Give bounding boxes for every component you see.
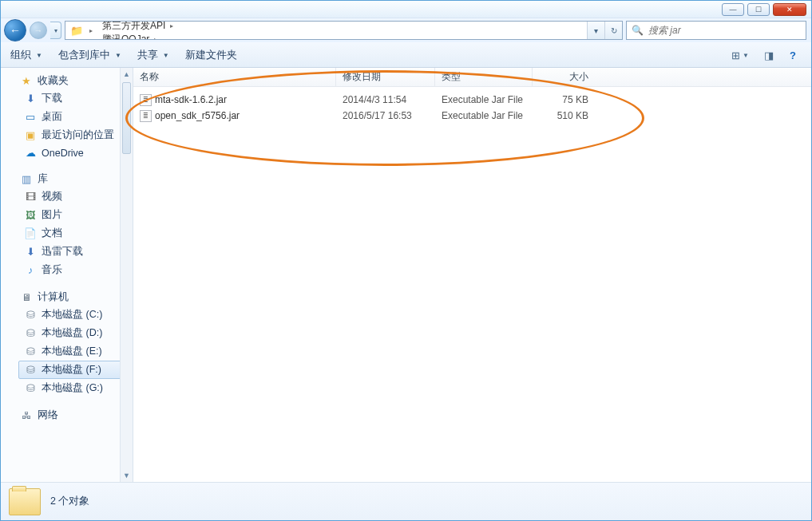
videos-icon: 🎞 (24, 191, 37, 203)
sidebar-item-recent[interactable]: ▣最近访问的位置 (18, 126, 133, 144)
sidebar-item-thunder[interactable]: ⬇迅雷下载 (18, 243, 133, 261)
chevron-down-icon: ▾ (594, 26, 598, 35)
search-input[interactable] (647, 24, 801, 37)
scroll-down-icon: ▼ (121, 469, 133, 482)
column-header-date[interactable]: 修改日期 (336, 68, 435, 86)
address-dropdown-button[interactable]: ▾ (587, 22, 604, 39)
column-header-type[interactable]: 类型 (435, 68, 533, 86)
sidebar-item-documents[interactable]: 📄文档 (18, 224, 133, 243)
drive-icon: ⛁ (24, 382, 37, 394)
refresh-button[interactable]: ↻ (604, 22, 622, 39)
scroll-thumb[interactable] (122, 82, 131, 154)
sidebar-item-music[interactable]: ♪音乐 (18, 261, 133, 279)
file-list-panel: 名称 修改日期 类型 大小 ≣mta-sdk-1.6.2.jar 2014/4/… (133, 68, 811, 482)
file-row[interactable]: ≣mta-sdk-1.6.2.jar 2014/4/3 11:54 Execut… (133, 92, 811, 108)
nav-row: ← → ▾ 📁 ▸ 计算机▸本地磁盘 (F:)▸第三方开发API▸腾讯QQJar… (1, 18, 811, 42)
help-icon: ? (790, 49, 796, 61)
network-icon: 🖧 (20, 410, 33, 421)
forward-arrow-icon: → (34, 26, 43, 35)
view-options-button[interactable]: ⊞ ▼ (727, 46, 754, 64)
status-bar: 2 个对象 (1, 482, 811, 520)
addressbar[interactable]: 📁 ▸ 计算机▸本地磁盘 (F:)▸第三方开发API▸腾讯QQJar▸Andro… (65, 21, 623, 40)
sidebar-item-label: 音乐 (42, 263, 62, 277)
thunder-icon: ⬇ (24, 246, 37, 258)
sidebar-libraries-header[interactable]: ▥ 库 (1, 171, 133, 187)
organize-button[interactable]: 组织 ▼ (10, 49, 42, 62)
recent-locations-button[interactable]: ▾ (50, 22, 61, 39)
new-folder-button[interactable]: 新建文件夹 (185, 49, 237, 62)
chevron-down-icon: ▾ (54, 27, 57, 34)
folder-icon: 📁 (69, 25, 85, 37)
sidebar-item-label: 视频 (42, 190, 62, 203)
sidebar-item-label: 迅雷下载 (42, 245, 83, 259)
sidebar-libraries-group: ▥ 库 🎞视频🖼图片📄文档⬇迅雷下载♪音乐 (1, 171, 133, 279)
close-button[interactable]: ✕ (773, 3, 806, 16)
help-button[interactable]: ? (784, 46, 802, 64)
column-header-name[interactable]: 名称 (133, 68, 336, 86)
sidebar-item-desktop[interactable]: ▭桌面 (18, 108, 133, 126)
sidebar-item-drive-d[interactable]: ⛁本地磁盘 (D:) (18, 324, 133, 342)
sidebar-item-label: 本地磁盘 (C:) (42, 308, 102, 322)
drive-icon: ⛁ (24, 327, 37, 339)
downloads-icon: ⬇ (24, 93, 37, 105)
sidebar-scrollbar[interactable]: ▲▼ (120, 68, 133, 482)
sidebar-item-label: 文档 (42, 227, 62, 240)
view-icon: ⊞ (731, 49, 740, 61)
file-date: 2016/5/17 16:53 (336, 110, 435, 121)
file-name: open_sdk_r5756.jar (155, 110, 240, 121)
chevron-down-icon: ▼ (115, 52, 121, 59)
file-size: 75 KB (533, 94, 595, 105)
drive-icon: ⛁ (24, 345, 37, 357)
maximize-button[interactable]: ☐ (747, 3, 770, 16)
sidebar-item-onedrive[interactable]: ☁OneDrive (18, 144, 133, 161)
sidebar-item-pictures[interactable]: 🖼图片 (18, 206, 133, 224)
explorer-window: — ☐ ✕ ← → ▾ 📁 ▸ 计算机▸本地磁盘 (F:)▸第三方开发API▸腾… (0, 0, 812, 521)
preview-pane-button[interactable]: ◨ (760, 46, 778, 64)
back-button[interactable]: ← (4, 19, 26, 41)
scroll-up-icon: ▲ (121, 68, 133, 81)
sidebar-item-videos[interactable]: 🎞视频 (18, 187, 133, 206)
file-date: 2014/4/3 11:54 (336, 94, 435, 105)
file-type: Executable Jar File (435, 110, 533, 121)
titlebar: — ☐ ✕ (1, 1, 811, 18)
sidebar-item-downloads[interactable]: ⬇下载 (18, 89, 133, 108)
sidebar-item-label: 最近访问的位置 (42, 128, 114, 142)
sidebar-computer-header[interactable]: 🖥 计算机 (1, 289, 133, 306)
sidebar-item-drive-c[interactable]: ⛁本地磁盘 (C:) (18, 306, 133, 324)
jar-file-icon: ≣ (140, 110, 152, 122)
sidebar-item-drive-e[interactable]: ⛁本地磁盘 (E:) (18, 342, 133, 361)
crumb-chevron-icon: ▸ (154, 36, 157, 40)
chevron-down-icon: ▼ (163, 52, 169, 59)
sidebar-favorites-header[interactable]: ★ 收藏夹 (1, 73, 133, 89)
sidebar-favorites-group: ★ 收藏夹 ⬇下载▭桌面▣最近访问的位置☁OneDrive (1, 73, 133, 161)
documents-icon: 📄 (24, 227, 37, 239)
search-box[interactable]: 🔍 (626, 21, 806, 40)
chevron-down-icon: ▼ (36, 52, 42, 59)
sidebar-item-label: 本地磁盘 (E:) (42, 345, 102, 358)
recent-icon: ▣ (24, 129, 37, 141)
chevron-down-icon: ▼ (743, 52, 749, 59)
crumb-chevron-icon: ▸ (170, 22, 173, 30)
jar-file-icon: ≣ (140, 94, 152, 106)
include-in-library-button[interactable]: 包含到库中 ▼ (58, 49, 121, 62)
breadcrumb-segment[interactable]: 第三方开发API▸ (97, 21, 206, 33)
music-icon: ♪ (24, 265, 37, 276)
column-header-size[interactable]: 大小 (533, 68, 595, 86)
sidebar-computer-group: 🖥 计算机 ⛁本地磁盘 (C:)⛁本地磁盘 (D:)⛁本地磁盘 (E:)⛁本地磁… (1, 289, 133, 397)
computer-icon: 🖥 (20, 292, 33, 303)
share-button[interactable]: 共享 ▼ (137, 49, 169, 62)
sidebar-item-drive-g[interactable]: ⛁本地磁盘 (G:) (18, 379, 133, 397)
navigation-pane: ★ 收藏夹 ⬇下载▭桌面▣最近访问的位置☁OneDrive ▥ 库 🎞视频🖼图片… (1, 68, 133, 482)
forward-button[interactable]: → (30, 22, 47, 39)
sidebar-item-drive-f[interactable]: ⛁本地磁盘 (F:) (18, 361, 133, 379)
drive-icon: ⛁ (24, 309, 37, 321)
breadcrumb: 计算机▸本地磁盘 (F:)▸第三方开发API▸腾讯QQJar▸Android_S… (97, 21, 206, 40)
folder-large-icon (9, 488, 41, 515)
back-arrow-icon: ← (10, 24, 21, 37)
sidebar-item-label: 本地磁盘 (D:) (42, 326, 102, 340)
file-row[interactable]: ≣open_sdk_r5756.jar 2016/5/17 16:53 Exec… (133, 108, 811, 124)
sidebar-network-group: 🖧 网络 (1, 407, 133, 424)
minimize-button[interactable]: — (722, 3, 744, 16)
breadcrumb-segment[interactable]: 腾讯QQJar▸ (97, 33, 206, 40)
sidebar-network-header[interactable]: 🖧 网络 (1, 407, 133, 424)
